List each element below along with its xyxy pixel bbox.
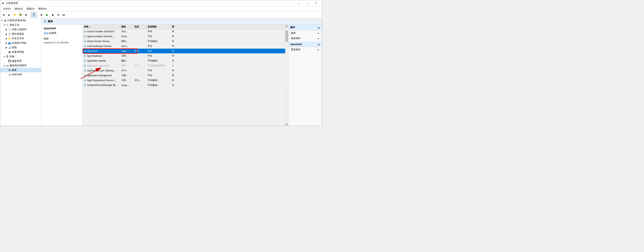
menu-help[interactable]: 帮助(H) (36, 6, 48, 11)
service-cell-startup: 手动 (146, 44, 171, 48)
actions-section-header-main[interactable]: 操作 ▲ (288, 25, 322, 30)
menu-action[interactable]: 操作(A) (13, 6, 24, 11)
service-cell-login: 本 (171, 49, 178, 53)
table-row[interactable]: ⚙ App Readiness 当用... 手动 本 (83, 54, 285, 58)
menu-file[interactable]: 文件(F) (1, 6, 13, 11)
table-row[interactable]: ⚙ AllJoyn Router Service 路由... 手动(触发... … (83, 39, 285, 44)
actions-item-more-main[interactable]: 更多操作 ▶ (288, 36, 322, 41)
tree-button[interactable]: 🌳 (18, 12, 23, 18)
sidebar-item-task-scheduler[interactable]: ▶ 🕐 任务计划程序 (0, 27, 41, 32)
storage-expand-icon: ▼ (3, 55, 6, 58)
sidebar-item-local-users[interactable]: ▶ 👥 本地用户和组 (0, 41, 41, 45)
service-cell-desc: 使用... (120, 63, 133, 68)
sidebar-performance-label: 性能 (12, 46, 17, 49)
back-button[interactable]: ◄ (1, 12, 6, 18)
sidebar-local-users-label: 本地用户和组 (12, 41, 26, 45)
service-cell-status (133, 58, 146, 63)
service-name-text: Application Management (87, 74, 112, 77)
service-cell-login: 本 (171, 83, 178, 87)
root-expand-icon: ▼ (1, 19, 3, 22)
col-startup[interactable]: 启动类型 (146, 25, 171, 29)
table-row[interactable]: ⚙ Application Identity 确定... 手动(触发... 本 (83, 58, 285, 63)
sidebar-system-tools-label: 系统工具 (10, 23, 19, 27)
service-cell-desc: 为部... (120, 78, 133, 83)
play-button[interactable]: ▶ (44, 12, 50, 18)
stop-button[interactable]: ■ (50, 12, 55, 18)
table-row[interactable]: ⚙ AppX Deployment Service (... 为部... 正在.… (83, 78, 285, 83)
service-name-text: App Readiness (87, 55, 102, 57)
sidebar-item-system-tools[interactable]: ▼ 🔧 系统工具 (0, 23, 41, 27)
sidebar-item-wmi[interactable]: ▶ 🗂 WMI 控件 (0, 72, 41, 77)
view-button[interactable]: ⊞ (39, 12, 44, 18)
actions-section-header-apache[interactable]: Apache24 ▲ (288, 42, 322, 47)
col-name[interactable]: 名称 ▲ (83, 25, 120, 29)
restart-button[interactable]: ⏭ (61, 12, 66, 18)
sidebar-item-services-apps[interactable]: ▼ 🗂 服务和应用程序 (0, 63, 41, 68)
start-service-link[interactable]: 启动 (44, 32, 49, 34)
service-name-text: AssignedAccessManager 服... (87, 84, 117, 87)
sidebar-item-shared-folders[interactable]: ▶ 📁 共享文件夹 (0, 36, 41, 41)
col-desc[interactable]: 描述 (120, 25, 133, 29)
table-row[interactable]: ⚙ AssignedAccessManager 服... Assig... 手动… (83, 83, 285, 88)
service-detail-panel: Apache24 启动 此服务 描述: Apache/2.4.62 (Win64… (42, 25, 83, 126)
scroll-up-button[interactable]: ▲ (285, 25, 288, 28)
service-cell-name: ⚙ AntiCheatExpert Service (83, 44, 120, 48)
col-login[interactable]: 登 (171, 25, 178, 29)
sidebar-item-storage[interactable]: ▼ 🗄 存储 (0, 54, 41, 59)
service-cell-name: ⚙ Agent Activation Runtime_... (83, 34, 120, 39)
actions-item-more-apache[interactable]: 更多操作 ▶ (288, 47, 322, 52)
table-row[interactable]: ⚙ Application Information 使用... 正在... 手动… (83, 63, 285, 68)
table-row[interactable]: ⚙ Apache24 Apac... 自动 自动 本 (83, 49, 285, 54)
table-row[interactable]: ⚙ Application Management 为通... 手动 本 (83, 73, 285, 78)
sidebar-item-event-viewer[interactable]: ▶ 📋 事件查看器 (0, 32, 41, 36)
tools-icon: 🔧 (6, 24, 9, 27)
actions-collapse-icon-main: ▲ (318, 26, 320, 29)
services-header-icon: ⚙ (44, 20, 46, 23)
table-row[interactable]: ⚙ Application Layer Gateway ... 为 In... … (83, 68, 285, 73)
col-status[interactable]: 状态 (133, 25, 146, 29)
actions-collapse-icon-apache: ▲ (318, 43, 320, 46)
service-cell-status (133, 44, 146, 48)
actions-more-main-arrow: ▶ (318, 37, 319, 39)
folder-button[interactable]: 📁 (12, 12, 18, 18)
forward-button[interactable]: ► (6, 12, 12, 18)
actions-item-services[interactable]: 服务 ▶ (288, 30, 322, 36)
service-cell-login: 本 (171, 39, 178, 44)
menu-view[interactable]: 查看(V) (24, 6, 36, 11)
performance-icon: 📊 (8, 46, 11, 49)
scroll-down-button[interactable]: ▼ (285, 123, 288, 126)
service-cell-name: ⚙ Application Layer Gateway ... (83, 68, 120, 73)
content-body: Apache24 启动 此服务 描述: Apache/2.4.62 (Win64… (42, 25, 322, 126)
service-cell-login: 本 (171, 78, 178, 83)
separator-2 (38, 13, 38, 17)
sidebar-item-device-manager[interactable]: ▶ 💻 设备管理器 (0, 50, 41, 54)
title-bar-left: 🖥 计算机管理 (2, 2, 18, 5)
help-button[interactable]: ? (31, 12, 36, 18)
actions-section-title-apache: Apache24 (290, 43, 302, 46)
grid-button[interactable]: ⊞ (24, 12, 29, 18)
sidebar-item-root[interactable]: ▼ 🖥 计算机管理(本地) (0, 18, 41, 23)
device-icon: 💻 (8, 51, 11, 54)
service-cell-name: ⚙ AllJoyn Router Service (83, 39, 120, 44)
service-list-container: 名称 ▲ 描述 状态 启动类型 (83, 25, 288, 126)
sidebar-item-services[interactable]: ▶ ⚙ 服务 (0, 68, 41, 72)
col-status-label: 状态 (134, 25, 139, 28)
computer-icon: 🖥 (4, 19, 6, 22)
close-button[interactable]: ✕ (312, 0, 320, 6)
table-row[interactable]: ⚙ Agent Activation Runtime_... Runti... … (83, 34, 285, 39)
col-startup-label: 启动类型 (148, 25, 156, 28)
sidebar-item-performance[interactable]: ▶ 📊 性能 (0, 45, 41, 50)
table-row[interactable]: ⚙ AntiCheatExpert Service Servi... 手动 本 (83, 44, 285, 49)
service-cell-name: ⚙ Application Identity (83, 58, 120, 63)
sidebar-item-disk-management[interactable]: ▶ 💾 磁盘管理 (0, 59, 41, 63)
service-cell-status: 自动 (133, 49, 146, 53)
minimize-button[interactable]: — (294, 0, 303, 6)
sidebar-event-viewer-label: 事件查看器 (12, 32, 24, 36)
pause-button[interactable]: ⏸ (56, 12, 61, 18)
scrollbar-thumb[interactable] (286, 31, 288, 42)
gear-icon: ⚙ (84, 54, 86, 57)
maximize-button[interactable]: □ (303, 0, 312, 6)
table-row[interactable]: ⚙ ActiveX Installer (AxInstSV) 为从... 手动 … (83, 29, 285, 34)
service-list-scroll[interactable]: 名称 ▲ 描述 状态 启动类型 (83, 25, 285, 126)
title-bar-controls: — □ ✕ (294, 0, 320, 6)
